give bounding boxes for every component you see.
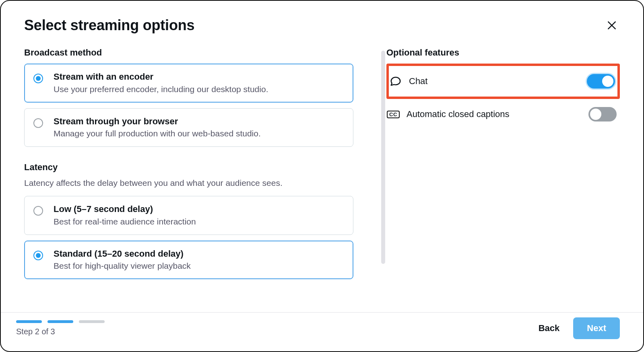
option-latency-low[interactable]: Low (5–7 second delay) Best for real-tim… xyxy=(24,196,353,235)
optional-features-heading: Optional features xyxy=(386,47,620,58)
radio-icon xyxy=(33,251,43,260)
scrollbar[interactable] xyxy=(381,51,385,264)
option-title: Stream with an encoder xyxy=(54,71,344,83)
feature-chat: Chat xyxy=(386,64,620,99)
back-button[interactable]: Back xyxy=(539,323,560,333)
left-column: Broadcast method Stream with an encoder … xyxy=(24,39,362,312)
progress-step-2 xyxy=(47,320,73,323)
step-label: Step 2 of 3 xyxy=(16,327,105,336)
progress-indicator: Step 2 of 3 xyxy=(16,320,105,336)
cc-icon: CC xyxy=(387,108,399,120)
option-title: Standard (15–20 second delay) xyxy=(54,248,344,260)
modal-footer: Step 2 of 3 Back Next xyxy=(1,312,643,351)
option-desc: Use your preferred encoder, including ou… xyxy=(54,84,344,94)
toggle-chat[interactable] xyxy=(587,74,615,89)
feature-closed-captions: CC Automatic closed captions xyxy=(386,99,620,130)
option-desc: Manage your full production with our web… xyxy=(54,129,344,138)
option-stream-with-encoder[interactable]: Stream with an encoder Use your preferre… xyxy=(24,64,353,103)
feature-label: Chat xyxy=(409,76,427,86)
option-latency-standard[interactable]: Standard (15–20 second delay) Best for h… xyxy=(24,241,353,280)
option-title: Low (5–7 second delay) xyxy=(54,204,344,215)
next-button[interactable]: Next xyxy=(573,317,620,339)
option-desc: Best for real-time audience interaction xyxy=(54,217,344,226)
progress-step-1 xyxy=(16,320,42,323)
option-desc: Best for high-quality viewer playback xyxy=(54,261,344,271)
progress-step-3 xyxy=(79,320,105,323)
broadcast-method-heading: Broadcast method xyxy=(24,47,353,58)
option-title: Stream through your browser xyxy=(54,116,344,128)
close-icon[interactable] xyxy=(604,17,620,33)
streaming-options-modal: Select streaming options Broadcast metho… xyxy=(1,5,643,351)
chat-icon xyxy=(390,75,402,87)
right-column: Optional features Chat xyxy=(362,39,620,312)
radio-icon xyxy=(33,118,43,128)
latency-subtext: Latency affects the delay between you an… xyxy=(24,178,353,188)
option-stream-through-browser[interactable]: Stream through your browser Manage your … xyxy=(24,108,353,147)
radio-icon xyxy=(33,74,43,83)
modal-header: Select streaming options xyxy=(1,5,643,36)
modal-frame: Select streaming options Broadcast metho… xyxy=(0,0,644,352)
feature-label: Automatic closed captions xyxy=(407,109,510,119)
radio-icon xyxy=(33,206,43,216)
latency-heading: Latency xyxy=(24,162,353,173)
page-title: Select streaming options xyxy=(24,17,194,34)
toggle-closed-captions[interactable] xyxy=(588,107,617,121)
modal-body: Broadcast method Stream with an encoder … xyxy=(1,36,643,312)
